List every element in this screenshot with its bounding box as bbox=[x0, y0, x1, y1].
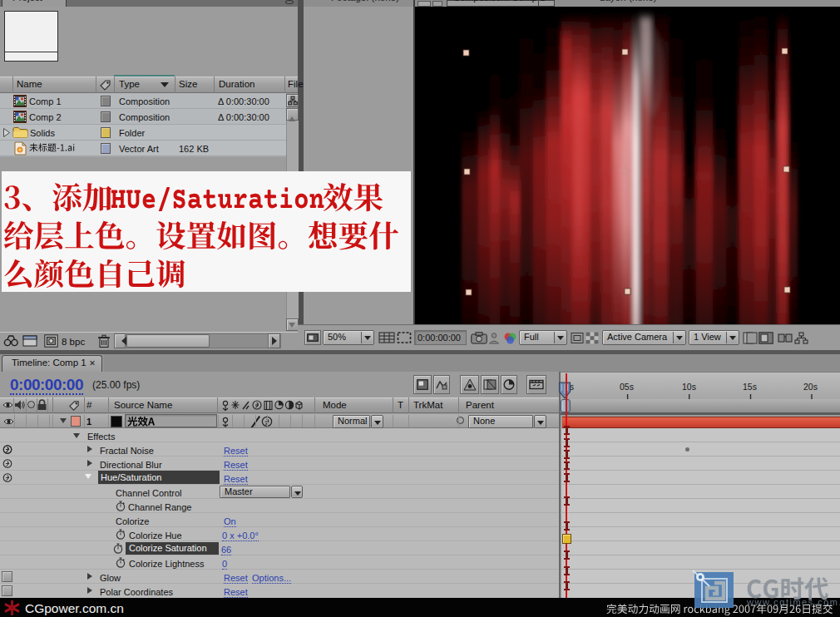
svg-text:15s: 15s bbox=[743, 382, 757, 392]
svg-text:10s: 10s bbox=[682, 382, 696, 392]
svg-text:20s: 20s bbox=[803, 382, 818, 392]
svg-text:05s: 05s bbox=[620, 382, 634, 392]
